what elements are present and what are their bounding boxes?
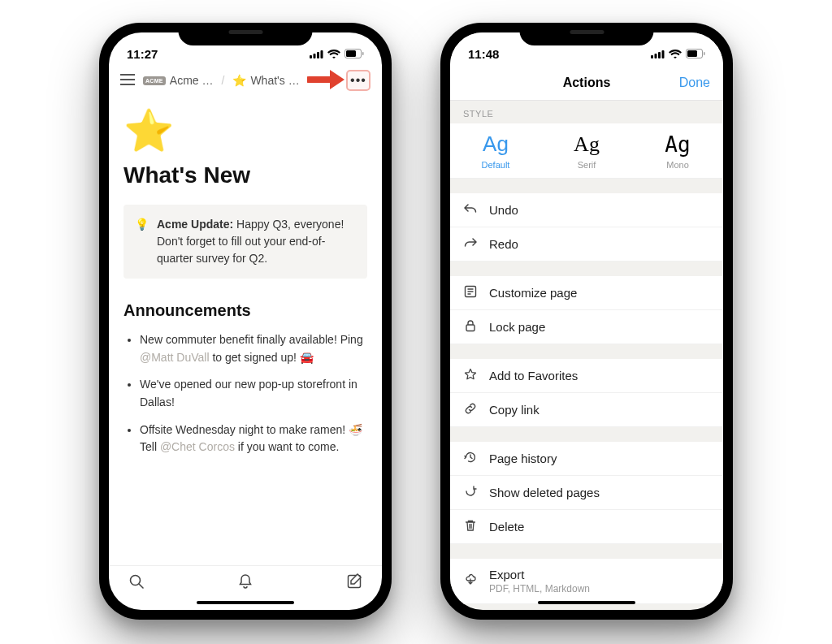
notch xyxy=(520,23,654,45)
svg-rect-17 xyxy=(466,325,474,331)
lock-page-row[interactable]: Lock page xyxy=(450,310,723,344)
done-button[interactable]: Done xyxy=(679,76,710,90)
status-icons xyxy=(651,49,705,58)
wifi-icon xyxy=(327,50,340,58)
delete-row[interactable]: Delete xyxy=(450,510,723,544)
list-item[interactable]: We've opened our new pop-up storefront i… xyxy=(140,376,367,411)
style-option-mono[interactable]: Ag Mono xyxy=(632,123,723,178)
announcements-list: New commuter benefit finally available! … xyxy=(124,331,367,456)
status-time: 11:27 xyxy=(127,47,158,61)
phone-left: 11:27 ACME Acme … / ⭐ What's … ••• xyxy=(99,23,392,620)
status-time: 11:48 xyxy=(468,47,499,61)
group-spacer xyxy=(450,261,723,276)
svg-rect-10 xyxy=(655,54,657,58)
screen-right: 11:48 Actions Done Style Ag Default Ag S… xyxy=(450,32,723,610)
svg-rect-15 xyxy=(704,52,705,55)
more-button[interactable]: ••• xyxy=(346,70,370,91)
svg-rect-5 xyxy=(346,50,356,57)
actions-title: Actions xyxy=(563,76,611,90)
battery-icon xyxy=(344,49,364,58)
group-spacer xyxy=(450,427,723,442)
page-crumb-icon: ⭐ xyxy=(232,74,246,87)
breadcrumb-workspace[interactable]: ACME Acme … xyxy=(143,74,214,87)
add-to-favorites-row[interactable]: Add to Favorites xyxy=(450,359,723,393)
lock-icon xyxy=(463,319,478,335)
svg-rect-1 xyxy=(314,54,316,58)
style-row: Ag Default Ag Serif Ag Mono xyxy=(450,123,723,179)
search-button[interactable] xyxy=(128,573,145,593)
compose-button[interactable] xyxy=(346,573,362,593)
mention[interactable]: @Chet Corcos xyxy=(160,440,235,453)
svg-rect-3 xyxy=(321,50,323,58)
home-indicator[interactable] xyxy=(538,601,635,604)
style-section-label: Style xyxy=(450,101,723,123)
svg-rect-6 xyxy=(362,52,364,55)
delete-icon xyxy=(463,519,478,534)
notifications-button[interactable] xyxy=(237,573,254,593)
breadcrumb-page[interactable]: ⭐ What's … xyxy=(232,74,299,87)
svg-rect-12 xyxy=(662,50,665,58)
link-icon xyxy=(463,402,478,417)
more-icon: ••• xyxy=(350,74,366,87)
export-row[interactable]: Export PDF, HTML, Markdown xyxy=(450,559,723,604)
undo-row[interactable]: Undo xyxy=(450,193,723,227)
style-option-serif[interactable]: Ag Serif xyxy=(541,123,632,178)
svg-rect-2 xyxy=(317,52,319,58)
wifi-icon xyxy=(669,50,682,58)
page-body: ⭐ What's New 💡 Acme Update: Happy Q3, ev… xyxy=(109,96,382,565)
history-icon xyxy=(463,451,478,466)
breadcrumb-separator: / xyxy=(222,74,225,87)
customize-page-row[interactable]: Customize page xyxy=(450,276,723,310)
screen-left: 11:27 ACME Acme … / ⭐ What's … ••• xyxy=(109,32,382,610)
mention[interactable]: @Matt DuVall xyxy=(140,351,210,364)
status-icons xyxy=(310,49,364,58)
style-option-default[interactable]: Ag Default xyxy=(450,123,541,178)
notch xyxy=(179,23,313,45)
svg-rect-11 xyxy=(658,52,661,58)
star-icon xyxy=(463,368,478,383)
group-spacer xyxy=(450,544,723,559)
phone-right: 11:48 Actions Done Style Ag Default Ag S… xyxy=(440,23,733,620)
copy-link-row[interactable]: Copy link xyxy=(450,393,723,427)
page-history-row[interactable]: Page history xyxy=(450,442,723,476)
redo-row[interactable]: Redo xyxy=(450,227,723,261)
trash-restore-icon xyxy=(463,485,478,500)
callout-block[interactable]: 💡 Acme Update: Happy Q3, everyone! Don't… xyxy=(124,205,367,279)
page-title[interactable]: What's New xyxy=(124,162,367,188)
callout-arrow xyxy=(307,67,346,95)
group-spacer xyxy=(450,344,723,359)
callout-text: Acme Update: Happy Q3, everyone! Don't f… xyxy=(157,216,356,267)
workspace-icon: ACME xyxy=(143,76,166,85)
cellular-icon xyxy=(310,50,323,58)
list-item[interactable]: New commuter benefit finally available! … xyxy=(140,331,367,366)
battery-icon xyxy=(686,49,705,58)
page-icon[interactable]: ⭐ xyxy=(124,107,367,154)
svg-rect-14 xyxy=(687,50,697,57)
group-spacer xyxy=(450,179,723,193)
list-item[interactable]: Offsite Wednesday night to make ramen! 🍜… xyxy=(140,421,367,456)
show-deleted-row[interactable]: Show deleted pages xyxy=(450,476,723,510)
customize-icon xyxy=(463,285,478,300)
export-icon xyxy=(463,573,478,589)
redo-icon xyxy=(463,236,478,252)
cellular-icon xyxy=(651,50,665,58)
actions-header: Actions Done xyxy=(450,65,723,101)
announcements-heading[interactable]: Announcements xyxy=(124,301,367,320)
undo-icon xyxy=(463,202,478,218)
svg-rect-9 xyxy=(651,55,653,58)
bulb-icon: 💡 xyxy=(135,216,149,267)
home-indicator[interactable] xyxy=(197,601,294,604)
svg-rect-0 xyxy=(310,55,312,58)
menu-button[interactable] xyxy=(120,71,135,89)
